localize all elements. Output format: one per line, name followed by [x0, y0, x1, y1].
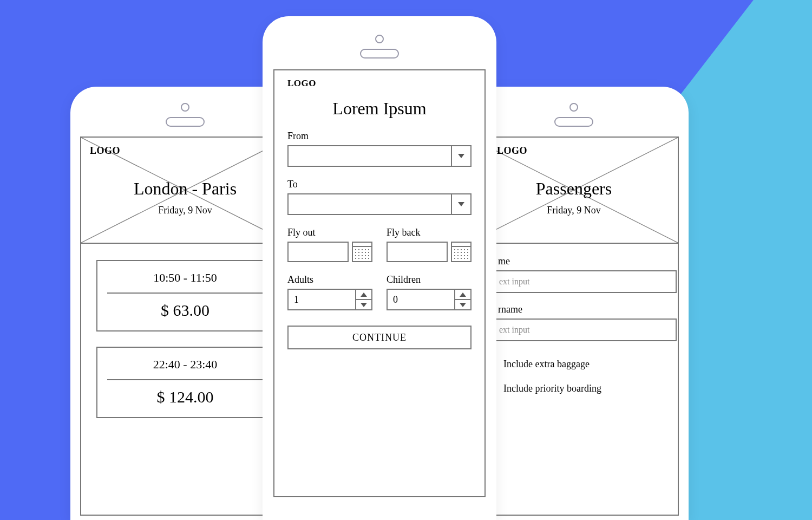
adults-decrement[interactable] — [356, 299, 371, 309]
calendar-icon[interactable] — [451, 242, 472, 262]
children-value: 0 — [393, 294, 398, 306]
logo-label: LOGO — [90, 145, 120, 157]
search-form: LOGO Lorem Ipsum From To Fly ou — [274, 70, 484, 349]
flyout-label: Fly out — [287, 227, 372, 238]
flyout-date-input[interactable] — [287, 242, 349, 262]
stage: LOGO London - Paris Friday, 9 Nov 10:50 … — [0, 0, 812, 520]
from-select[interactable] — [287, 145, 472, 167]
flight-list: 10:50 - 11:50 $ 63.00 22:40 - 23:40 $ 12… — [81, 244, 289, 434]
phone-hardware — [263, 35, 496, 58]
passengers-title: Passengers — [470, 179, 678, 199]
logo-label: LOGO — [497, 145, 527, 157]
screen-search: LOGO Lorem Ipsum From To Fly ou — [273, 69, 486, 497]
flyback-date-input[interactable] — [387, 242, 448, 262]
flight-times: 10:50 - 11:50 — [107, 261, 263, 294]
flight-price: $ 63.00 — [97, 294, 273, 330]
adults-stepper[interactable]: 1 — [287, 289, 372, 310]
extra-baggage-label: Include extra baggage — [503, 359, 590, 370]
children-decrement[interactable] — [455, 299, 470, 309]
screen-flights: LOGO London - Paris Friday, 9 Nov 10:50 … — [80, 136, 290, 516]
speaker-icon — [360, 49, 399, 58]
screen-passengers: LOGO Passengers Friday, 9 Nov me ext inp… — [469, 136, 679, 516]
extra-baggage-checkbox[interactable]: Include extra baggage — [471, 352, 677, 376]
name-input[interactable]: ext input — [471, 270, 677, 293]
camera-icon — [181, 103, 189, 112]
route-date: Friday, 9 Nov — [81, 205, 289, 216]
camera-icon — [569, 103, 578, 112]
children-increment[interactable] — [455, 290, 470, 299]
surname-input[interactable]: ext input — [471, 318, 677, 341]
priority-boarding-checkbox[interactable]: Include priority boarding — [471, 376, 677, 401]
from-select-toggle[interactable] — [451, 146, 470, 166]
flight-times: 22:40 - 23:40 — [107, 348, 263, 380]
adults-value: 1 — [294, 294, 299, 306]
chevron-up-icon — [361, 292, 367, 297]
children-stepper[interactable]: 0 — [387, 289, 472, 310]
continue-button[interactable]: CONTINUE — [287, 326, 472, 349]
to-label: To — [287, 179, 472, 190]
chevron-down-icon — [458, 154, 464, 158]
passengers-date: Friday, 9 Nov — [470, 205, 678, 216]
to-select-toggle[interactable] — [451, 194, 470, 214]
camera-icon — [375, 35, 384, 43]
phone-search: LOGO Lorem Ipsum From To Fly ou — [263, 16, 496, 520]
surname-label: rname — [471, 304, 677, 315]
name-label: me — [471, 256, 677, 267]
calendar-icon[interactable] — [352, 242, 372, 262]
chevron-down-icon — [460, 303, 466, 307]
flight-price: $ 124.00 — [97, 380, 273, 417]
passenger-form: me ext input rname ext input Include ext… — [470, 244, 678, 401]
header-panel: LOGO London - Paris Friday, 9 Nov — [80, 136, 290, 244]
to-select[interactable] — [287, 193, 472, 215]
priority-boarding-label: Include priority boarding — [503, 383, 601, 394]
header-panel: LOGO Passengers Friday, 9 Nov — [469, 136, 679, 244]
chevron-up-icon — [460, 292, 466, 297]
continue-label: CONTINUE — [352, 332, 407, 343]
chevron-down-icon — [361, 303, 367, 307]
route-title: London - Paris — [81, 179, 289, 199]
adults-label: Adults — [287, 274, 372, 285]
speaker-icon — [554, 117, 593, 127]
speaker-icon — [166, 117, 205, 127]
chevron-down-icon — [458, 202, 464, 206]
children-label: Children — [387, 274, 472, 285]
adults-increment[interactable] — [356, 290, 371, 299]
app-title: Lorem Ipsum — [287, 99, 472, 119]
flight-card[interactable]: 10:50 - 11:50 $ 63.00 — [96, 260, 274, 332]
flyback-label: Fly back — [387, 227, 472, 238]
flight-card[interactable]: 22:40 - 23:40 $ 124.00 — [96, 347, 274, 418]
logo-label: LOGO — [287, 78, 472, 89]
from-label: From — [287, 131, 472, 142]
